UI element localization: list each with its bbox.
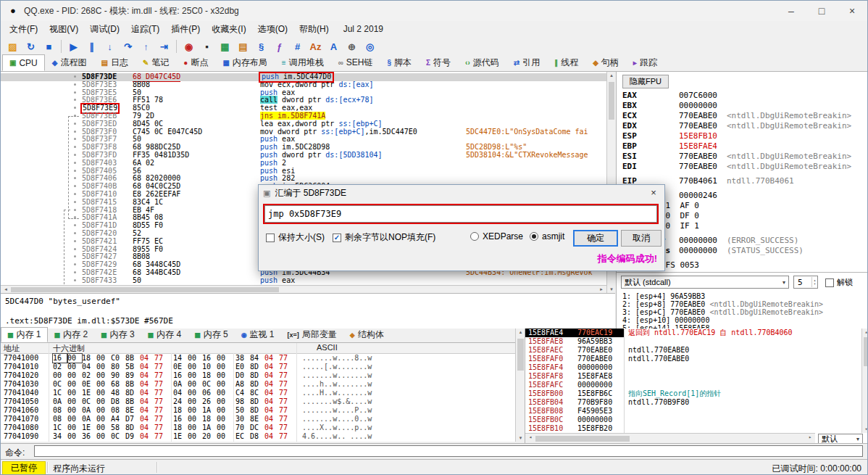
- register-row-EDX[interactable]: EDX770EABE0<ntdll.DbgUiRemoteBreakin>: [617, 121, 868, 131]
- tab-调用堆栈[interactable]: ≡调用堆栈: [275, 54, 331, 71]
- breakpoint-dot[interactable]: [74, 91, 76, 94]
- dialog-close-icon[interactable]: ×: [643, 185, 664, 201]
- step-out-icon[interactable]: ↑: [138, 38, 154, 54]
- memory-row-77041020[interactable]: 77041020000002009089047716001800D08D0477…: [1, 371, 515, 380]
- breakpoint-dot[interactable]: [74, 224, 76, 226]
- argument-row[interactable]: 1: [esp+4] 96A59BB3: [622, 292, 705, 300]
- hardware-breakpoint-icon[interactable]: ▪: [199, 38, 215, 54]
- scroll-thumb[interactable]: [609, 82, 614, 120]
- tab-流程图[interactable]: ◈流程图: [45, 54, 94, 71]
- menu-item-插件(P)[interactable]: 插件(P): [165, 23, 206, 36]
- menu-item-选项(O)[interactable]: 选项(O): [252, 23, 293, 36]
- tab-日志[interactable]: ▤日志: [94, 54, 135, 71]
- scroll-thumb[interactable]: [517, 339, 524, 371]
- stack-row-15E8FAFC[interactable]: 15E8FAFC00000000: [525, 381, 868, 389]
- maximize-button[interactable]: □: [806, 1, 837, 21]
- stack-row-15E8FAF0[interactable]: 15E8FAF0770EABE0ntdll.770EABE0: [525, 355, 868, 363]
- tab-句柄[interactable]: ◆句柄: [585, 54, 626, 71]
- menu-item-文件(F)[interactable]: 文件(F): [4, 23, 43, 36]
- dialog-title-bar[interactable]: ▣ 汇编于 5D8F73DE ×: [259, 185, 664, 201]
- disasm-row-5D8F73E3[interactable]: 5D8F73E38B08mov ecx,dword ptr ds:[eax]: [1, 81, 606, 89]
- tab-符号[interactable]: Σ符号: [419, 54, 458, 71]
- case-icon[interactable]: Az: [307, 38, 324, 54]
- argument-row[interactable]: 4: [esp+10] 00000000: [622, 316, 709, 324]
- keep-size-checkbox[interactable]: 保持大小(S): [266, 231, 325, 244]
- tab-内存布局[interactable]: ▦内存布局: [215, 54, 274, 71]
- register-row-ESP[interactable]: ESP15E8FB10: [617, 131, 868, 141]
- menu-item-收藏夹(I)[interactable]: 收藏夹(I): [206, 23, 251, 36]
- tab-内存 5[interactable]: ▦内存 5: [188, 327, 235, 342]
- scroll-right-icon[interactable]: ▸: [598, 286, 605, 293]
- memory-row-77041070[interactable]: 7704107008000A00A4D7047716001800308E0477…: [1, 415, 515, 424]
- argument-row[interactable]: 2: [esp+8] 770EABE0 <ntdll.DbgUiRemoteBr…: [622, 300, 823, 308]
- stack-row-15E8FAE8[interactable]: 15E8FAE896A59BB3: [525, 337, 868, 346]
- tab-跟踪[interactable]: ▸跟踪: [626, 54, 664, 71]
- scroll-thumb[interactable]: [11, 287, 279, 292]
- step-into-icon[interactable]: ↓: [101, 38, 118, 54]
- tab-笔记[interactable]: ✎笔记: [135, 54, 176, 71]
- tab-源代码[interactable]: ‹›源代码: [458, 54, 506, 71]
- tab-内存 2[interactable]: ▦内存 2: [48, 327, 95, 342]
- scroll-left-icon[interactable]: ◂: [2, 286, 9, 293]
- memory-row-77041040[interactable]: 770410401C001E00488D047704000600C48C0477…: [1, 389, 515, 397]
- radio-icon[interactable]: [470, 232, 479, 241]
- memory-row-77041000[interactable]: 7704100016001800C08B04771400160038840477…: [1, 354, 515, 363]
- xedparse-radio[interactable]: XEDParse: [470, 231, 523, 241]
- tab-引用[interactable]: ⇄引用: [506, 54, 547, 71]
- restart-icon[interactable]: ↻: [22, 38, 39, 54]
- register-row-EDI[interactable]: EDI770EABE0<ntdll.DbgUiRemoteBreakin>: [617, 162, 868, 171]
- memory-row-77041080[interactable]: 770410801C001E00588D047718001A0070DC0477…: [1, 424, 515, 432]
- disasm-row-5D8F7433[interactable]: 5D8F743350push eax: [1, 277, 606, 285]
- stack-mode-select[interactable]: 默认 ▾: [818, 434, 863, 443]
- log-icon[interactable]: ▤: [235, 38, 251, 54]
- breakpoint-icon[interactable]: ◉: [180, 38, 197, 54]
- hide-fpu-button[interactable]: 隐藏FPU: [622, 75, 669, 88]
- disasm-row-5D8F7403[interactable]: 5D8F74036A 02push 2: [1, 160, 606, 168]
- breakpoint-dot[interactable]: [74, 75, 76, 78]
- argument-row[interactable]: 3: [esp+C] 770EABE0 <ntdll.DbgUiRemoteBr…: [622, 308, 823, 316]
- open-file-icon[interactable]: ▨: [4, 38, 21, 54]
- disasm-row-5D8F73ED[interactable]: 5D8F73ED8D45 0Clea eax,dword ptr ss:[ebp…: [1, 120, 606, 128]
- stop-icon[interactable]: ■: [41, 38, 57, 54]
- fx-icon[interactable]: ƒ: [271, 38, 288, 54]
- radio-icon[interactable]: [530, 232, 538, 241]
- tab-断点[interactable]: ●断点: [176, 54, 215, 71]
- cancel-button[interactable]: 取消: [621, 230, 662, 247]
- scroll-right-icon[interactable]: ▸: [806, 434, 814, 441]
- stack-row-15E8FB00[interactable]: 15E8FB0015E8FB6C指向SEH_Record[1]的指针: [525, 389, 868, 398]
- command-input[interactable]: [34, 445, 863, 457]
- menu-item-视图(V)[interactable]: 视图(V): [43, 23, 84, 36]
- settings-icon[interactable]: ⊕: [343, 38, 360, 54]
- tab-线程[interactable]: ∥线程: [547, 54, 585, 71]
- stack-row-15E8FAF4[interactable]: 15E8FAF400000000: [525, 363, 868, 372]
- stack-row-15E8FB0C[interactable]: 15E8FB0C00000000: [525, 416, 868, 424]
- script-icon[interactable]: §: [253, 38, 270, 54]
- arg-count-stepper[interactable]: 5 ▴▾: [793, 276, 818, 289]
- tab-局部变量[interactable]: [x=]局部变量: [281, 327, 343, 342]
- tab-结构体[interactable]: ◆结构体: [343, 327, 391, 342]
- pause-icon[interactable]: ∥: [83, 38, 100, 54]
- unlock-checkbox[interactable]: 解锁: [825, 277, 853, 288]
- register-row-ECX[interactable]: ECX770EABE0<ntdll.DbgUiRemoteBreakin>: [617, 111, 868, 120]
- register-row-ESI[interactable]: ESI770EABE0<ntdll.DbgUiRemoteBreakin>: [617, 152, 868, 161]
- step-over-icon[interactable]: ↷: [120, 38, 136, 54]
- memory-row-77041050[interactable]: 770410500A000C00D88B047724002600988D0477…: [1, 397, 515, 406]
- scroll-thumb[interactable]: [535, 436, 630, 442]
- breakpoint-dot[interactable]: [74, 107, 76, 109]
- stepper-arrows-icon[interactable]: ▴▾: [811, 277, 817, 287]
- tab-CPU[interactable]: ▣CPU: [2, 54, 45, 71]
- breakpoint-dot[interactable]: [74, 232, 76, 234]
- register-row-EBX[interactable]: EBX00000000: [617, 101, 868, 110]
- memory-row-77041010[interactable]: 7704101002000400805B04770E001000E08D0477…: [1, 363, 515, 371]
- breakpoint-dot[interactable]: [74, 248, 76, 250]
- memory-map-icon[interactable]: ▦: [217, 38, 233, 54]
- scroll-down-icon[interactable]: ▾: [607, 286, 616, 293]
- instruction-input[interactable]: [264, 205, 657, 223]
- stack-row-15E8FAEC[interactable]: 15E8FAEC770EABE0ntdll.770EABE0: [525, 346, 868, 355]
- tab-内存 1[interactable]: ▦内存 1: [1, 327, 48, 342]
- close-button[interactable]: ×: [837, 1, 867, 21]
- memory-row-77041030[interactable]: 770410300C000E00688B04770A000C00A88D0477…: [1, 380, 515, 389]
- menu-item-调试(D)[interactable]: 调试(D): [84, 23, 125, 36]
- checkbox-icon[interactable]: ✓: [333, 234, 341, 242]
- stack-row-15E8FAE4[interactable]: 15E8FAE4770EAC19返回到 ntdll.770EAC19 自 ntd…: [525, 329, 868, 337]
